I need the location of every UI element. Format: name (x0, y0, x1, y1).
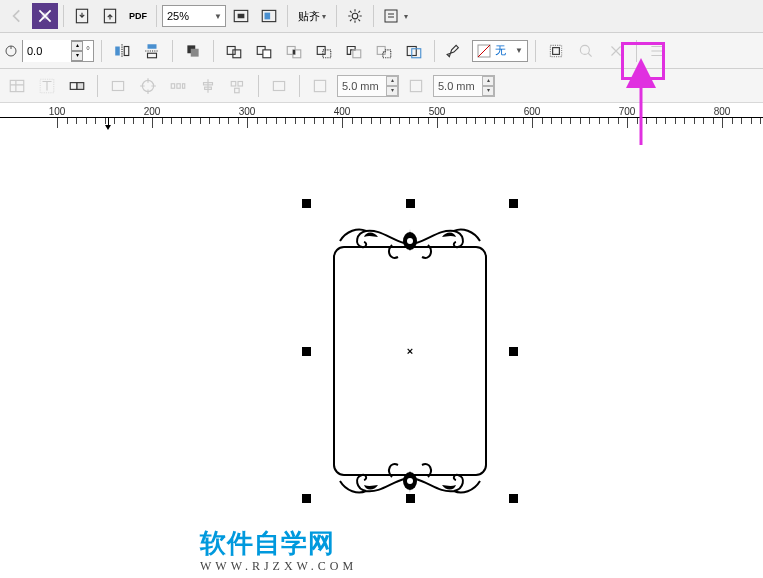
trim-icon[interactable] (251, 38, 277, 64)
ruler-label: 800 (714, 106, 731, 117)
handle-n[interactable] (406, 199, 415, 208)
separator (172, 40, 173, 62)
simplify-icon[interactable] (311, 38, 337, 64)
svg-rect-4 (238, 14, 245, 19)
toolbar-properties: ▴ ▾ ° 无 ▼ (0, 33, 763, 69)
handle-sw[interactable] (302, 494, 311, 503)
fill-label: 无 (495, 43, 506, 58)
shape-combine-icon[interactable] (64, 73, 90, 99)
selection-center-mark: × (407, 345, 413, 357)
rotation-field[interactable]: ▴ ▾ ° (22, 40, 94, 62)
separator (535, 40, 536, 62)
separator (101, 40, 102, 62)
intersect-icon[interactable] (281, 38, 307, 64)
distribute-icon (165, 73, 191, 99)
toolbar-context: ▴ ▾ ▴ ▾ (0, 69, 763, 103)
handle-se[interactable] (509, 494, 518, 503)
svg-rect-40 (177, 83, 180, 88)
mirror-horizontal-icon[interactable] (109, 38, 135, 64)
table-icon (4, 73, 30, 99)
snap-dropdown[interactable]: 贴齐 ▾ (293, 5, 331, 27)
spinner-up[interactable]: ▴ (71, 41, 83, 51)
svg-rect-36 (77, 82, 84, 89)
svg-rect-37 (112, 81, 123, 90)
svg-rect-13 (148, 53, 157, 58)
svg-rect-15 (191, 48, 199, 56)
zoom-field[interactable]: ▼ (162, 5, 226, 27)
zoom-page-icon[interactable] (256, 3, 282, 29)
handle-ne[interactable] (509, 199, 518, 208)
separator (287, 5, 288, 27)
inspector-icon (573, 38, 599, 64)
width-input[interactable] (338, 76, 386, 96)
height-field[interactable]: ▴ ▾ (433, 75, 495, 97)
rotation-spinner[interactable]: ▴ ▾ (71, 41, 83, 61)
fill-dropdown[interactable]: 无 ▼ (472, 40, 528, 62)
svg-rect-33 (10, 80, 24, 91)
svg-rect-44 (231, 81, 236, 86)
svg-rect-26 (377, 46, 385, 54)
selection-bounds: × (306, 203, 514, 499)
svg-rect-22 (293, 49, 295, 54)
text-format-icon (34, 73, 60, 99)
separator (636, 40, 637, 62)
settings-gear-icon[interactable] (342, 3, 368, 29)
watermark-url: WWW.RJZXW.COM (200, 559, 357, 574)
to-front-icon[interactable] (180, 38, 206, 64)
ruler-label: 600 (524, 106, 541, 117)
back-minus-front-icon[interactable] (371, 38, 397, 64)
separator (213, 40, 214, 62)
export-icon[interactable] (97, 3, 123, 29)
svg-rect-12 (148, 44, 157, 49)
separator (336, 5, 337, 27)
front-minus-back-icon[interactable] (341, 38, 367, 64)
spinner-up[interactable]: ▴ (482, 76, 494, 86)
boundary-icon[interactable] (401, 38, 427, 64)
svg-rect-41 (183, 83, 185, 88)
rotation-input[interactable] (23, 40, 71, 62)
handle-e[interactable] (509, 347, 518, 356)
svg-rect-10 (115, 46, 120, 55)
snap-label: 贴齐 (298, 9, 320, 24)
create-boundary-icon[interactable] (543, 38, 569, 64)
separator (299, 75, 300, 97)
mirror-vertical-icon[interactable] (139, 38, 165, 64)
handle-w[interactable] (302, 347, 311, 356)
crosshair-icon (135, 73, 161, 99)
rect-tool-icon (105, 73, 131, 99)
svg-point-32 (580, 45, 589, 54)
align-center-icon (195, 73, 221, 99)
watermark: 软件自学网 WWW.RJZXW.COM (200, 526, 357, 574)
dropdown-caret-icon[interactable]: ▼ (211, 12, 225, 21)
pdf-export-icon[interactable]: PDF (125, 3, 151, 29)
height-input[interactable] (434, 76, 482, 96)
svg-rect-31 (553, 47, 560, 54)
canvas-area[interactable]: × 软件自学网 WWW.RJZXW.COM (0, 133, 763, 578)
zoom-input[interactable] (163, 10, 211, 22)
separator (258, 75, 259, 97)
spinner-down[interactable]: ▾ (71, 51, 83, 61)
interactive-fill-icon[interactable] (32, 3, 58, 29)
separator (97, 75, 98, 97)
spinner-up[interactable]: ▴ (386, 76, 398, 86)
width-field[interactable]: ▴ ▾ (337, 75, 399, 97)
spinner-down[interactable]: ▾ (386, 86, 398, 96)
height-spinner[interactable]: ▴ ▾ (482, 76, 494, 96)
launch-dropdown[interactable]: ▾ (379, 5, 413, 27)
svg-rect-0 (42, 13, 49, 20)
handle-s[interactable] (406, 494, 415, 503)
spinner-down[interactable]: ▾ (482, 86, 494, 96)
weld-icon[interactable] (221, 38, 247, 64)
handle-nw[interactable] (302, 199, 311, 208)
guide-marker[interactable] (104, 117, 112, 133)
ruler-label: 400 (334, 106, 351, 117)
svg-rect-35 (70, 82, 77, 89)
rotation-icon (4, 44, 18, 58)
zoom-fit-icon[interactable] (228, 3, 254, 29)
width-spinner[interactable]: ▴ ▾ (386, 76, 398, 96)
svg-rect-49 (410, 80, 421, 91)
ruler-label: 100 (49, 106, 66, 117)
svg-rect-39 (171, 83, 174, 88)
import-icon[interactable] (69, 3, 95, 29)
pen-outline-icon[interactable] (442, 38, 468, 64)
